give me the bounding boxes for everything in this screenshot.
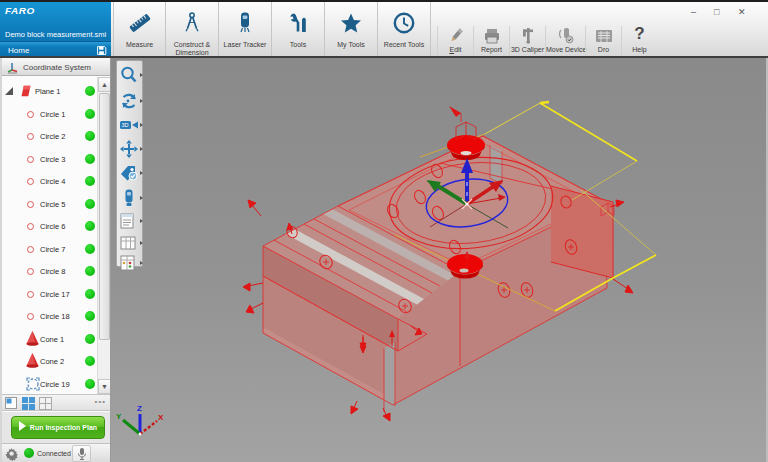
svg-text:X: X (158, 413, 164, 422)
svg-text:Z: Z (137, 404, 142, 413)
svg-text:3D: 3D (122, 122, 129, 128)
svg-text:Y: Y (116, 412, 122, 421)
